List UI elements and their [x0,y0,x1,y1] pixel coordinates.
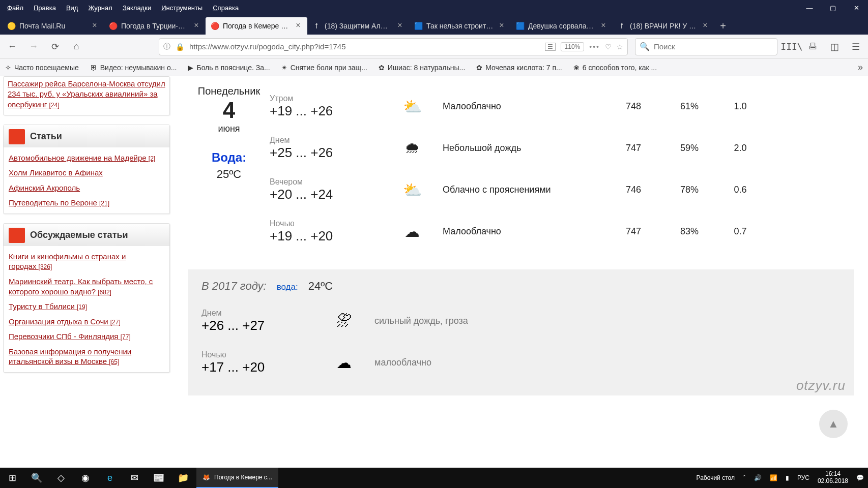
more-icon[interactable]: ••• [589,43,600,51]
browser-tab[interactable]: 🔴Погода в Турции-7 / …× [104,17,206,35]
bookmark-item[interactable]: ▶Боль в пояснице. За... [188,64,270,72]
browser-tab[interactable]: f(18) ВРАЧИ РК! У КОГ× [613,17,714,35]
bookmark-item[interactable]: ✿Ишиас: 8 натуральны... [379,64,465,72]
menu-item[interactable]: Вид [62,2,82,14]
tab-label: Девушка сорвалась с [528,22,595,30]
menu-item[interactable]: Справка [209,2,243,14]
forward-button[interactable]: → [26,40,41,54]
prev-water-label: вода: [277,282,298,292]
firefox-task[interactable]: 🦊 Погода в Кемере с... [196,468,278,488]
sidebar-link[interactable]: Туристу в Тбилиси [19] [4,299,169,314]
mail-icon[interactable]: ✉ [122,468,147,488]
star-icon[interactable]: ☆ [617,43,623,51]
bookmark-label: Ишиас: 8 натуральны... [388,64,465,72]
clock[interactable]: 16:1402.06.2018 [818,471,848,485]
bookmark-item[interactable]: ✴Снятие боли при защ... [281,64,367,72]
sidebar-link[interactable]: Мариинский театр. Как выбрать место, с к… [4,274,169,299]
calendar-icon [9,228,25,243]
menu-item[interactable]: Закладки [119,2,155,14]
minimize-button[interactable]: — [798,0,821,15]
new-tab-button[interactable]: + [714,17,732,35]
sidebar-link[interactable]: Афинский Акрополь [4,180,169,196]
weather-desc: сильный дождь, гроза [374,316,841,326]
back-button[interactable]: ← [5,40,19,54]
scroll-top-button[interactable]: ▲ [819,410,848,438]
notifications-icon[interactable]: 💬 [856,474,864,481]
menu-item[interactable]: Журнал [84,2,116,14]
time-of-day: Вечером [270,177,382,187]
nav-toolbar: ← → ⟳ ⌂ ⓘ 🔒 ☰ 110% ••• ♡ ☆ 🔍 III\ 🖶 ◫ ☰ [0,35,868,59]
close-tab-icon[interactable]: × [396,22,404,30]
search-box[interactable]: 🔍 [635,38,777,55]
close-tab-icon[interactable]: × [192,22,200,30]
reader-icon[interactable]: ☰ [545,43,556,51]
close-tab-icon[interactable]: × [599,22,607,30]
news-icon[interactable]: 📰 [147,468,171,488]
chrome-icon[interactable]: ◉ [73,468,98,488]
info-icon[interactable]: ⓘ [163,42,170,51]
start-button[interactable]: ⊞ [0,468,24,488]
box-articles: Статьи Автомобильное движение на Мадейре… [3,125,170,214]
menu-item[interactable]: Файл [3,2,27,14]
bookmark-icon: ✧ [5,64,11,72]
sidebar-link[interactable]: Книги и кинофильмы о странах и городах [… [4,249,169,274]
explorer-icon[interactable]: 📁 [171,468,195,488]
weather-icon: ☁ [382,223,443,240]
time-of-day: Ночью [270,219,382,228]
weather-slot: Вечером+20 ... +24⛅Облачно с прояснениям… [270,169,854,210]
close-tab-icon[interactable]: × [498,22,506,30]
pressure: 747 [605,143,661,154]
url-bar[interactable]: ⓘ 🔒 ☰ 110% ••• ♡ ☆ [159,38,628,55]
bookmark-item[interactable]: ✧Часто посещаемые [5,64,79,72]
close-tab-icon[interactable]: × [91,22,99,30]
volume-icon[interactable]: 🔊 [754,474,762,481]
close-window-button[interactable]: ✕ [845,0,868,15]
favicon: f [312,22,321,30]
sidebar-link[interactable]: Холм Ликавитос в Афинах [4,165,169,180]
menu-item[interactable]: Инструменты [157,2,207,14]
browser-tab[interactable]: 🟦Так нельзя строить —× [409,17,511,35]
search-input[interactable] [654,42,773,51]
bookmark-item[interactable]: ✿Мочевая кислота: 7 п... [476,64,562,72]
bookmark-icon: ▶ [188,64,193,72]
zoom-level[interactable]: 110% [561,42,585,51]
bookmark-icon: ✿ [476,64,482,72]
sidebar-link[interactable]: Автомобильное движение на Мадейре [2] [4,150,169,166]
close-tab-icon[interactable]: × [701,22,709,30]
cortana-icon[interactable]: 🔍 [24,468,49,488]
browser-tab[interactable]: 🟦Девушка сорвалась с× [511,17,613,35]
calendar-icon [9,129,25,144]
box-title: Статьи [30,131,62,142]
tray-up-icon[interactable]: ˄ [743,474,746,481]
app-icon[interactable]: ◇ [49,468,73,488]
sidebar-icon[interactable]: ◫ [827,40,842,54]
library-icon[interactable]: III\ [785,40,799,54]
favicon: 🔴 [109,22,117,30]
shield-icon[interactable]: ♡ [605,43,612,51]
sidebar-link[interactable]: Перевозчики СПб - Финляндия [77] [4,329,169,344]
hamburger-icon[interactable]: ☰ [849,40,863,54]
sidebar-link[interactable]: Организация отдыха в Сочи [27] [4,314,169,329]
overflow-icon[interactable]: » [858,62,863,73]
close-tab-icon[interactable]: × [294,22,302,30]
menu-item[interactable]: Правка [30,2,60,14]
battery-icon[interactable]: ▮ [786,474,789,481]
url-input[interactable] [189,42,540,51]
edge-icon[interactable]: e [98,468,122,488]
reload-button[interactable]: ⟳ [48,40,62,54]
wifi-icon[interactable]: 📶 [770,474,777,481]
water-label: Вода: [188,150,270,165]
maximize-button[interactable]: ▢ [821,0,845,15]
news-link[interactable]: Пассажир рейса Барселона-Москва отсудил … [8,79,165,109]
browser-tab[interactable]: 🔴Погода в Кемере с пр× [206,17,307,35]
browser-tab[interactable]: 🟡Почта Mail.Ru× [2,17,104,35]
bookmark-item[interactable]: ⛨Видео: неумывакин о... [90,64,177,72]
sidebar-link[interactable]: Базовая информация о получении итальянск… [4,344,169,369]
bookmark-item[interactable]: ❀6 способов того, как ... [573,64,657,72]
lang-indicator[interactable]: РУС [797,474,809,481]
taskbar-desktop[interactable]: Рабочий стол [697,474,735,481]
sidebar-link[interactable]: Путеводитель по Вероне [21] [4,195,169,210]
print-icon[interactable]: 🖶 [806,40,820,54]
browser-tab[interactable]: f(18) Защитим Алма-А× [307,17,409,35]
home-button[interactable]: ⌂ [69,40,83,54]
